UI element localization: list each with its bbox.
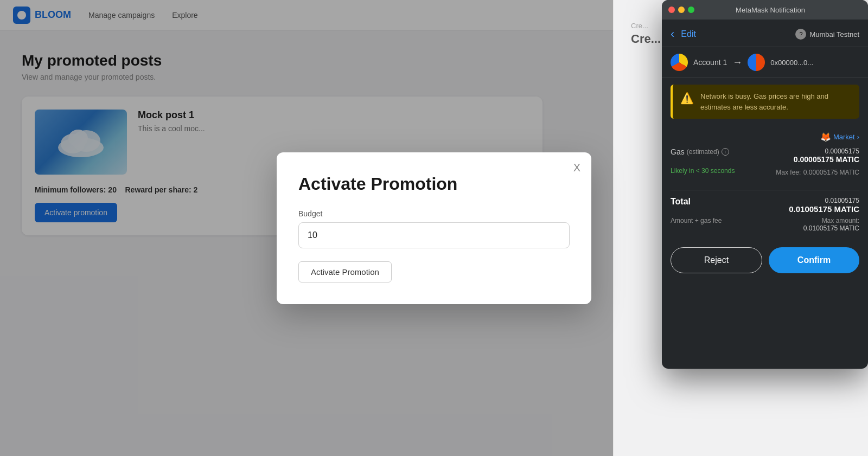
- metamask-accounts-row: Account 1 → 0x00000...0...: [662, 47, 868, 78]
- gas-info-icon[interactable]: i: [722, 148, 729, 156]
- total-section: Total 0.01005175 0.01005175 MATIC Amount…: [662, 197, 868, 241]
- transfer-arrow-icon: →: [732, 57, 742, 68]
- gas-value-main: 0.00005175 MATIC: [794, 155, 859, 164]
- likely-maxfee-row: Likely in < 30 seconds Max fee: 0.000051…: [671, 167, 859, 177]
- maximize-window-button[interactable]: [688, 7, 694, 13]
- account1-name: Account 1: [693, 58, 727, 67]
- market-arrow-icon: ›: [857, 133, 859, 141]
- divider: [671, 190, 859, 190]
- activate-promotion-modal: X Activate Promotion Budget Activate Pro…: [277, 152, 591, 304]
- maxfee-value: 0.00005175 MATIC: [803, 169, 859, 176]
- gas-values: 0.00005175 0.00005175 MATIC: [794, 147, 859, 164]
- total-value-main: 0.01005175 MATIC: [789, 204, 859, 214]
- traffic-lights: [668, 7, 694, 13]
- metamask-edit-label[interactable]: Edit: [681, 29, 696, 39]
- likely-label: Likely in < 30 seconds: [671, 167, 735, 175]
- fox-icon: 🦊: [820, 132, 831, 142]
- gas-label: Gas: [671, 147, 685, 156]
- market-label: Market: [833, 133, 855, 141]
- metamask-header: ‹ Edit ? Mumbai Testnet: [662, 20, 868, 47]
- max-amount-value: 0.01005175 MATIC: [803, 224, 859, 232]
- network-name: Mumbai Testnet: [809, 30, 859, 38]
- metamask-warning-banner: ⚠️ Network is busy. Gas prices are high …: [671, 85, 859, 119]
- amount-gas-row: Amount + gas fee Max amount: 0.01005175 …: [671, 217, 859, 232]
- reject-button[interactable]: Reject: [671, 247, 762, 273]
- total-values: 0.01005175 0.01005175 MATIC: [789, 197, 859, 214]
- modal-title: Activate Promotion: [298, 174, 570, 194]
- total-row: Total 0.01005175 0.01005175 MATIC: [671, 197, 859, 214]
- total-value-small: 0.01005175: [789, 197, 859, 204]
- metamask-title-bar: MetaMask Notification: [662, 0, 868, 20]
- modal-activate-button[interactable]: Activate Promotion: [298, 261, 392, 282]
- network-icon: ?: [795, 29, 806, 40]
- account2-avatar: [748, 54, 765, 71]
- confirm-button[interactable]: Confirm: [769, 247, 859, 273]
- budget-input[interactable]: [298, 222, 570, 248]
- maxfee-label: Max fee:: [776, 169, 801, 176]
- budget-label: Budget: [298, 209, 570, 218]
- gas-estimated-label: (estimated): [687, 148, 719, 156]
- minimize-window-button[interactable]: [678, 7, 685, 13]
- metamask-window-title: MetaMask Notification: [699, 6, 842, 14]
- account2-address: 0x00000...0...: [770, 59, 813, 67]
- metamask-network[interactable]: ? Mumbai Testnet: [795, 29, 859, 40]
- gas-row: Gas (estimated) i 0.00005175 0.00005175 …: [671, 147, 859, 164]
- metamask-back-button[interactable]: ‹: [671, 27, 674, 41]
- amount-gas-label: Amount + gas fee: [671, 217, 722, 232]
- metamask-notification-window: MetaMask Notification ‹ Edit ? Mumbai Te…: [662, 0, 868, 369]
- metamask-buttons: Reject Confirm: [662, 241, 868, 284]
- max-amount-group: Max amount: 0.01005175 MATIC: [803, 217, 859, 232]
- warning-icon: ⚠️: [680, 92, 694, 112]
- market-link[interactable]: 🦊 Market ›: [820, 132, 859, 142]
- total-label: Total: [671, 197, 691, 207]
- account1-avatar: [671, 54, 688, 71]
- market-row: 🦊 Market ›: [671, 132, 859, 142]
- close-window-button[interactable]: [668, 7, 675, 13]
- modal-close-button[interactable]: X: [573, 162, 580, 173]
- max-amount-label: Max amount:: [803, 217, 859, 224]
- maxfee-group: Max fee: 0.00005175 MATIC: [776, 167, 859, 177]
- gas-value-small: 0.00005175: [794, 147, 859, 155]
- gas-label-group: Gas (estimated) i: [671, 147, 729, 156]
- warning-text: Network is busy. Gas prices are high and…: [700, 91, 852, 112]
- gas-section: 🦊 Market › Gas (estimated) i 0.00005175 …: [662, 125, 868, 183]
